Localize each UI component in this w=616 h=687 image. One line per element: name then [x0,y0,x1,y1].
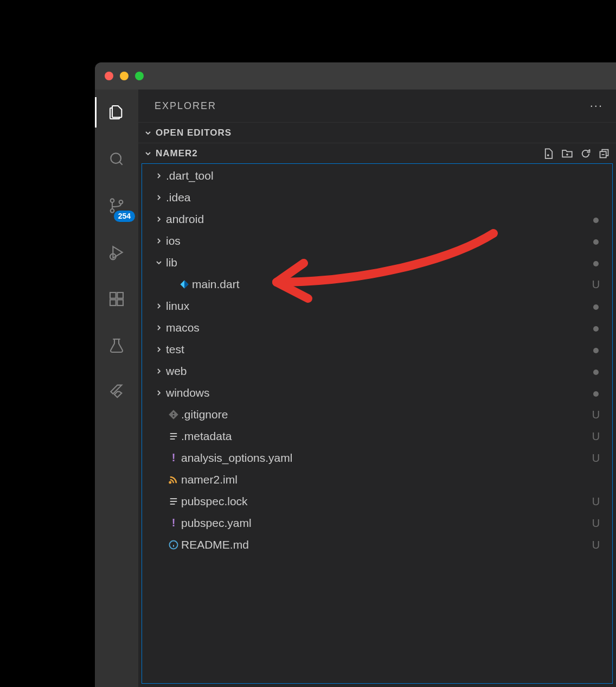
explorer-more-button[interactable]: ··· [590,99,603,113]
svg-point-2 [111,209,114,213]
activity-flutter[interactable] [104,379,130,405]
folder-row[interactable]: android [142,208,612,230]
git-status: U [589,517,602,530]
explorer-title: EXPLORER [155,100,216,112]
open-editors-header[interactable]: OPEN EDITORS [138,122,616,143]
file-row[interactable]: pubspec.lockU [142,491,612,512]
chevron-right-icon [152,302,166,310]
folder-row[interactable]: test [142,339,612,360]
git-status [589,235,602,247]
svg-point-0 [111,153,121,163]
git-status [589,213,602,226]
dart-icon [177,279,192,290]
svg-point-3 [119,200,123,204]
debug-icon [108,244,125,261]
tree-item-label: windows [166,386,589,399]
svg-point-10 [173,412,175,414]
folder-row[interactable]: lib [142,252,612,273]
vscode-window: 254 [95,62,616,687]
tree-item-label: pubspec.lock [181,495,589,508]
chevron-right-icon [152,215,166,224]
git-status [589,387,602,399]
tree-item-label: .metadata [181,430,589,443]
files-icon [108,104,125,121]
git-status: U [589,452,602,465]
file-row[interactable]: .metadataU [142,425,612,447]
tree-item-label: .gitignore [181,408,589,421]
activity-extensions[interactable] [104,286,130,312]
svg-rect-6 [110,300,116,306]
file-row[interactable]: README.mdU [142,534,612,556]
git-status [589,365,602,378]
chevron-right-icon [152,323,166,332]
search-icon [108,150,125,168]
yaml-icon: ! [166,518,181,529]
activity-source-control[interactable]: 254 [104,193,130,219]
new-file-button[interactable] [543,148,554,159]
activity-search[interactable] [104,146,130,172]
chevron-down-icon [143,129,153,137]
extensions-icon [108,290,125,308]
git-status: U [589,539,602,551]
file-row[interactable]: .gitignoreU [142,404,612,425]
source-control-badge: 254 [114,211,135,222]
rss-icon [166,474,181,485]
activity-explorer[interactable] [104,99,130,125]
window-close-button[interactable] [105,72,113,80]
svg-rect-5 [110,292,116,298]
chevron-right-icon [152,171,166,180]
lines-icon [166,496,181,507]
project-header[interactable]: NAMER2 [138,143,616,163]
activity-testing[interactable] [104,333,130,359]
beaker-icon [108,337,125,354]
folder-row[interactable]: .idea [142,187,612,208]
svg-point-11 [173,415,175,417]
file-row[interactable]: !pubspec.yamlU [142,512,612,534]
tree-item-label: namer2.iml [181,473,589,486]
svg-rect-8 [117,292,123,298]
window-minimize-button[interactable] [120,72,129,80]
file-row[interactable]: namer2.iml [142,469,612,491]
collapse-all-button[interactable] [599,148,609,159]
yaml-icon: ! [166,453,181,463]
tree-item-label: pubspec.yaml [181,517,589,530]
tree-item-label: main.dart [192,278,589,291]
tree-item-label: test [166,343,589,356]
open-editors-label: OPEN EDITORS [156,128,232,138]
chevron-down-icon [143,149,153,158]
svg-text:!: ! [172,518,176,529]
chevron-right-icon [152,193,166,202]
folder-row[interactable]: .dart_tool [142,165,612,187]
main-area: 254 [95,90,616,687]
chevron-right-icon [152,367,166,376]
file-row[interactable]: !analysis_options.yamlU [142,447,612,469]
info-icon [166,539,181,550]
window-maximize-button[interactable] [135,72,144,80]
file-row[interactable]: main.dartU [142,273,612,295]
folder-row[interactable]: macos [142,317,612,339]
refresh-button[interactable] [580,148,591,159]
tree-item-label: .idea [166,191,589,204]
flutter-icon [108,384,125,401]
activity-run-debug[interactable] [104,239,130,265]
git-status [589,300,602,313]
folder-row[interactable]: windows [142,382,612,404]
chevron-down-icon [152,258,166,267]
tree-item-label: macos [166,321,589,334]
tree-item-label: README.md [181,538,589,551]
titlebar [95,62,616,90]
folder-row[interactable]: ios [142,230,612,252]
git-status: U [589,495,602,508]
git-status [589,344,602,356]
chevron-right-icon [152,237,166,245]
svg-rect-7 [117,300,123,306]
new-folder-button[interactable] [562,148,573,159]
folder-row[interactable]: linux [142,295,612,317]
git-status [589,257,602,269]
git-status: U [589,430,602,443]
explorer-sidebar: EXPLORER ··· OPEN EDITORS NAMER2 [138,90,616,687]
git-icon [166,409,181,420]
folder-row[interactable]: web [142,360,612,382]
activity-bar: 254 [95,90,138,687]
git-status: U [589,278,602,291]
